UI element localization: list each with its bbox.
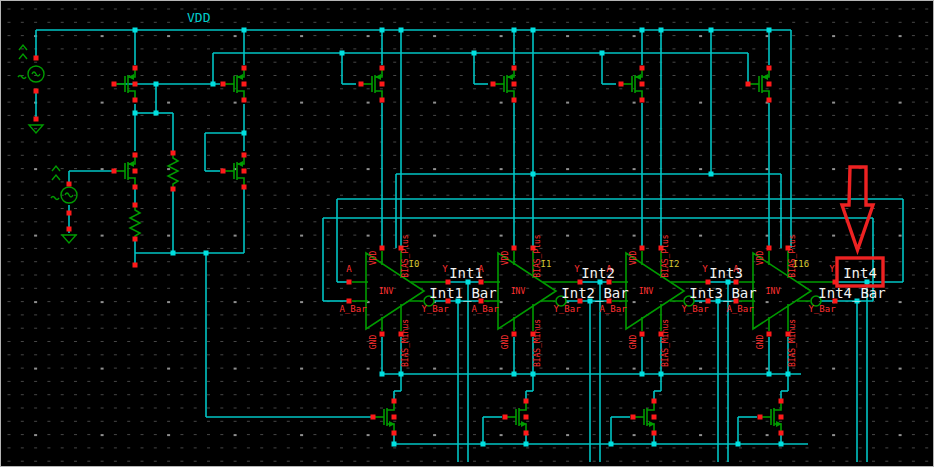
pin-label-ybar[interactable]: Y_Bar	[553, 304, 581, 314]
pin-label-y[interactable]: Y	[829, 264, 835, 274]
pin-square	[221, 82, 226, 87]
pin-label-vdd[interactable]: VDD	[369, 251, 378, 266]
pin-label-abar[interactable]: A_Bar	[599, 304, 627, 314]
pin-label-biasplus[interactable]: BIAS_Plus	[661, 234, 670, 278]
instance-label[interactable]: I1	[541, 259, 552, 269]
pin-label-vdd[interactable]: VDD	[756, 251, 765, 266]
pin-label-y[interactable]: Y	[574, 264, 580, 274]
pin-square	[133, 153, 138, 158]
pin-square	[133, 82, 138, 87]
net-label[interactable]: Int4	[843, 265, 877, 281]
pmos-transistor[interactable]	[225, 157, 244, 185]
pin-label-biasminus[interactable]: BIAS_Minus	[533, 319, 542, 367]
cell-label[interactable]: INV	[511, 287, 526, 296]
instance-label[interactable]: I2	[669, 259, 680, 269]
pin-label-gnd[interactable]: GND	[756, 335, 765, 350]
pin-square	[767, 82, 772, 87]
pin-square	[242, 185, 247, 190]
net-label[interactable]: Int1_Bar	[429, 285, 496, 302]
pin-label-abar[interactable]: A_Bar	[471, 304, 499, 314]
instance-label[interactable]: I0	[409, 259, 420, 269]
pin-label-a[interactable]: A	[733, 264, 739, 274]
pin-label-abar[interactable]: A_Bar	[726, 304, 754, 314]
pin-square	[767, 98, 772, 103]
pin-label-ybar[interactable]: Y_Bar	[681, 304, 709, 314]
pin-label-biasplus[interactable]: BIAS_Plus	[533, 234, 542, 278]
pmos-transistor[interactable]	[225, 70, 244, 98]
pin-square	[392, 431, 397, 436]
pin-square	[392, 415, 397, 420]
ground-symbol	[62, 235, 76, 243]
voltage-source[interactable]	[18, 45, 44, 82]
pin-square	[652, 415, 657, 420]
pin-label-abar[interactable]: A_Bar	[339, 304, 367, 314]
pin-square	[380, 98, 385, 103]
pin-square	[652, 399, 657, 404]
pin-square	[767, 66, 772, 71]
pin-label-gnd[interactable]: GND	[369, 335, 378, 350]
pin-square	[380, 246, 385, 251]
schematic-wires[interactable]	[36, 30, 903, 462]
pin-square	[512, 82, 517, 87]
pin-square	[512, 246, 517, 251]
cell-label[interactable]: INV	[379, 287, 394, 296]
pin-square	[652, 431, 657, 436]
pin-square	[133, 169, 138, 174]
pin-square	[133, 98, 138, 103]
pin-square	[133, 203, 138, 208]
pmos-transistor[interactable]	[623, 70, 642, 98]
pmos-transistor[interactable]	[363, 70, 382, 98]
pin-label-a[interactable]: A	[606, 264, 612, 274]
pin-square	[779, 431, 784, 436]
pin-square	[631, 415, 636, 420]
pin-square	[242, 66, 247, 71]
pin-square	[380, 66, 385, 71]
pin-square	[67, 182, 72, 187]
pmos-transistor[interactable]	[495, 70, 514, 98]
pin-label-y[interactable]: Y	[442, 264, 448, 274]
cell-label[interactable]: INV	[639, 287, 654, 296]
pin-square	[512, 66, 517, 71]
pin-square	[242, 169, 247, 174]
pin-square	[242, 98, 247, 103]
pin-square	[392, 399, 397, 404]
pin-square	[503, 415, 508, 420]
pin-label-vdd[interactable]: VDD	[629, 251, 638, 266]
pin-label-y[interactable]: Y	[702, 264, 708, 274]
pin-label-ybar[interactable]: Y_Bar	[808, 304, 836, 314]
pin-square	[758, 415, 763, 420]
net-label[interactable]: Int2_Bar	[561, 285, 628, 302]
pin-square	[133, 66, 138, 71]
cell-label[interactable]: INV	[766, 287, 781, 296]
pin-square	[67, 227, 72, 232]
pin-label-biasminus[interactable]: BIAS_Minus	[661, 319, 670, 367]
schematic-editor-canvas[interactable]: VDD Int1Int1_BarYAY_BarA_BarI0INVVDDBIAS…	[0, 0, 934, 467]
pin-square	[347, 299, 352, 304]
resistor[interactable]	[168, 153, 178, 189]
pin-label-biasplus[interactable]: BIAS_Plus	[401, 234, 410, 278]
pin-square	[640, 246, 645, 251]
pin-square	[767, 332, 772, 337]
pmos-transistor[interactable]	[750, 70, 769, 98]
pin-label-vdd[interactable]: VDD	[501, 251, 510, 266]
pin-square	[746, 82, 751, 87]
pin-label-gnd[interactable]: GND	[629, 335, 638, 350]
pin-square	[524, 399, 529, 404]
pin-square	[619, 82, 624, 87]
pin-label-ybar[interactable]: Y_Bar	[421, 304, 449, 314]
pin-label-biasminus[interactable]: BIAS_Minus	[788, 319, 797, 367]
resistor[interactable]	[130, 205, 140, 241]
pmos-transistor[interactable]	[116, 157, 135, 185]
pin-label-biasminus[interactable]: BIAS_Minus	[401, 319, 410, 367]
pin-square	[133, 185, 138, 190]
net-label[interactable]: Int3_Bar	[689, 285, 756, 302]
pin-label-gnd[interactable]: GND	[501, 335, 510, 350]
pin-label-a[interactable]: A	[478, 264, 484, 274]
pin-square	[640, 82, 645, 87]
pin-label-biasplus[interactable]: BIAS_Plus	[788, 234, 797, 278]
pin-square	[34, 117, 39, 122]
pin-square	[380, 82, 385, 87]
vdd-net-label[interactable]: VDD	[187, 10, 211, 25]
pin-square	[34, 56, 39, 61]
pin-label-a[interactable]: A	[346, 264, 352, 274]
